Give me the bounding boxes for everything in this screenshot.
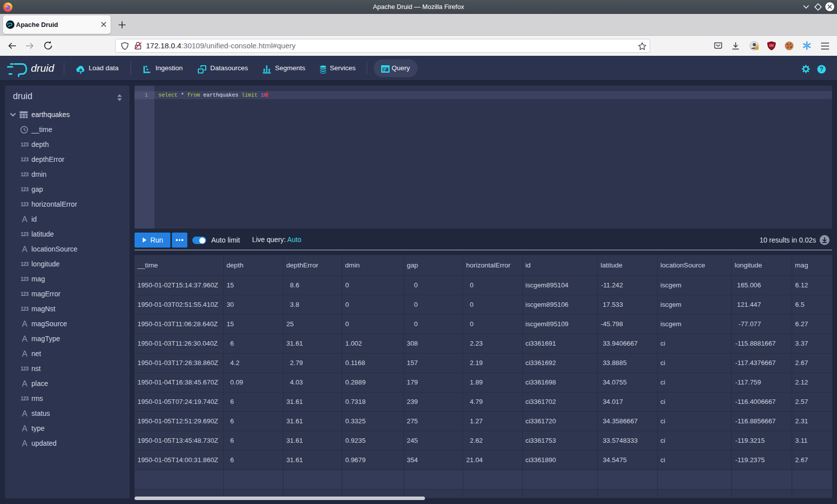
svg-text:?: ? <box>820 66 823 73</box>
